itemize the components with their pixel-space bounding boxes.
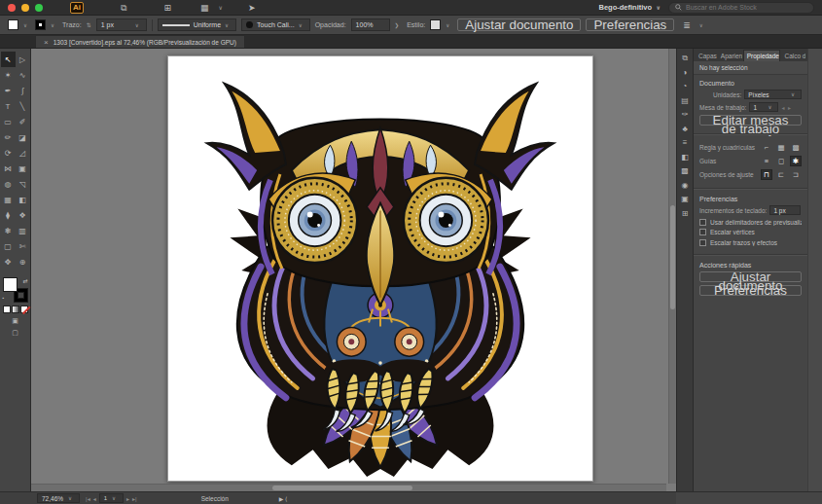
tool-width[interactable]: ⋈ — [1, 161, 16, 176]
tool-eyedropper[interactable]: ⧫ — [1, 207, 16, 223]
tool-pencil[interactable]: ✏ — [1, 129, 16, 145]
workspace-switcher[interactable]: Bego-definitivo ∨ — [599, 3, 661, 12]
transparency-panel-icon[interactable]: ▩ — [681, 166, 689, 175]
tool-mesh[interactable]: ▦ — [1, 192, 16, 207]
first-artboard-icon[interactable]: |◂ — [86, 495, 90, 502]
canvas-pasteboard[interactable] — [31, 49, 676, 491]
artboard-dropdown[interactable]: 1 ∨ — [749, 102, 778, 112]
stroke-color-swatch[interactable] — [35, 19, 46, 30]
units-dropdown[interactable]: Píxeles ∨ — [744, 90, 802, 99]
show-guides-icon[interactable]: ≡ — [761, 156, 772, 166]
tool-artboard[interactable]: ▢ — [1, 238, 16, 254]
close-window-button[interactable] — [8, 4, 16, 12]
artboard-nav-dropdown[interactable]: 1 ∨ — [99, 493, 124, 503]
lock-guides-icon[interactable]: ◻ — [775, 156, 787, 166]
drawing-modes-icon[interactable]: ▣ — [0, 317, 30, 325]
none-mode-button[interactable] — [20, 306, 28, 313]
tool-blend[interactable]: ❖ — [16, 207, 30, 223]
layout-picker-icon[interactable]: ▦ — [197, 1, 213, 15]
tool-gradient[interactable]: ◧ — [16, 192, 30, 207]
artboard-prev-next-icons[interactable]: ◂ ▸ — [781, 104, 792, 111]
grid-icon[interactable]: ▦ — [775, 142, 787, 153]
previous-artboard-icon[interactable]: ◂ — [93, 495, 96, 502]
tool-selection[interactable]: ↖ — [1, 52, 16, 67]
tool-hand[interactable]: ✥ — [1, 254, 16, 270]
tool-slice[interactable]: ✄ — [16, 238, 30, 254]
scrollbar-thumb[interactable] — [272, 486, 412, 490]
tool-pen[interactable]: ✒ — [1, 83, 16, 98]
variable-width-dropdown[interactable]: Uniforme ∨ — [158, 18, 236, 31]
opacity-more-icon[interactable]: ❯ — [395, 22, 400, 28]
preferences-button[interactable]: Preferencias — [586, 18, 674, 31]
share-icon[interactable]: ➤ — [244, 1, 260, 15]
artboards-panel-icon[interactable]: ⊞ — [682, 209, 689, 218]
color-guide-panel-icon[interactable]: ◔ — [683, 82, 688, 90]
zoom-window-button[interactable] — [35, 4, 43, 12]
tool-scale[interactable]: ◿ — [16, 145, 30, 161]
artboard[interactable] — [167, 55, 593, 482]
panel-menu-icon[interactable]: ≣ — [679, 18, 695, 32]
symbols-panel-icon[interactable]: ♣ — [682, 125, 687, 133]
tool-rectangle[interactable]: ▭ — [1, 114, 16, 129]
document-tab[interactable]: × 1303 [Convertido].eps al 72,46% (RGB/P… — [35, 35, 245, 48]
swap-fill-stroke-icon[interactable]: ⇄ — [22, 277, 27, 284]
tab-apariencia[interactable]: Aparien — [718, 51, 742, 61]
snap-to-point-icon[interactable]: ⊏ — [775, 169, 787, 180]
tool-curvature[interactable]: ∫ — [16, 83, 30, 98]
close-tab-icon[interactable]: × — [44, 38, 49, 47]
tab-calco-de-imagen[interactable]: Calco d — [781, 51, 805, 61]
swatches-panel-icon[interactable]: ▤ — [681, 96, 689, 105]
screen-mode-icon[interactable]: ▢ — [0, 329, 30, 337]
tool-magic-wand[interactable]: ✶ — [1, 67, 16, 83]
transparency-grid-icon[interactable]: ▩ — [790, 142, 802, 153]
smart-guides-icon[interactable]: ✱ — [790, 156, 802, 166]
zoom-level-dropdown[interactable]: 72,46% ∨ — [37, 493, 80, 503]
tool-lasso[interactable]: ∿ — [16, 67, 30, 83]
tool-paintbrush[interactable]: ✐ — [16, 114, 30, 129]
tool-direct-selection[interactable]: ▷ — [16, 52, 30, 67]
tool-free-transform[interactable]: ▣ — [16, 161, 30, 176]
brushes-panel-icon[interactable]: ✑ — [682, 110, 689, 119]
tool-perspective-grid[interactable]: ◹ — [16, 176, 30, 192]
fill-indicator[interactable] — [3, 277, 18, 292]
stock-search[interactable] — [668, 2, 814, 14]
gradient-panel-icon[interactable]: ◧ — [681, 153, 689, 162]
tool-shape-builder[interactable]: ◍ — [1, 176, 16, 192]
default-fill-stroke-icon[interactable]: ▪ — [3, 295, 5, 301]
tool-type[interactable]: T — [1, 98, 16, 114]
scale-corners-checkbox[interactable] — [699, 229, 706, 235]
keyboard-increment-field[interactable]: 1 px — [769, 205, 801, 215]
opacity-field[interactable]: 100% — [351, 18, 390, 31]
brush-definition-dropdown[interactable]: Touch Cali... ∨ — [241, 18, 310, 31]
fill-color-swatch[interactable] — [8, 19, 18, 30]
scrollbar-thumb[interactable] — [670, 205, 675, 309]
color-mode-button[interactable] — [3, 306, 11, 313]
panel-menu-caret-icon[interactable]: ∨ — [699, 22, 703, 28]
owl-artwork[interactable] — [168, 56, 592, 481]
horizontal-scrollbar[interactable] — [31, 484, 666, 491]
libraries-panel-icon[interactable]: ⧉ — [682, 54, 688, 62]
vertical-scrollbar[interactable] — [668, 49, 676, 484]
graphic-styles-panel-icon[interactable]: ▣ — [681, 195, 689, 203]
quick-preferences-button[interactable]: Preferencias — [699, 285, 802, 296]
tool-column-graph[interactable]: ▥ — [16, 223, 30, 238]
last-artboard-icon[interactable]: ▸| — [132, 495, 137, 502]
preview-bounds-checkbox[interactable] — [699, 219, 706, 226]
scale-strokes-effects-checkbox[interactable] — [699, 239, 706, 246]
edit-artboards-button[interactable]: Editar mesas de trabajo — [699, 115, 802, 126]
fill-caret-icon[interactable]: ∨ — [23, 22, 27, 28]
status-bar-menu-icon[interactable]: ▶ ⟨ — [279, 495, 288, 502]
stroke-weight-dropdown[interactable]: 1 px ∨ — [96, 18, 147, 31]
corner-ruler-icon[interactable]: ⌐ — [761, 142, 772, 153]
open-documents-icon[interactable]: ⧉ — [117, 1, 130, 15]
snap-to-pixel-icon[interactable]: ⊓ — [761, 169, 772, 180]
tool-eraser[interactable]: ◪ — [16, 129, 30, 145]
appearance-panel-icon[interactable]: ◉ — [682, 181, 689, 190]
next-artboard-icon[interactable]: ▸ — [126, 495, 129, 502]
stroke-panel-icon[interactable]: ≡ — [683, 138, 688, 147]
fit-document-button[interactable]: Ajustar documento — [457, 18, 581, 31]
gradient-mode-button[interactable] — [12, 306, 19, 313]
graphic-style-swatch[interactable] — [430, 19, 441, 30]
tool-rotate[interactable]: ⟳ — [1, 145, 16, 161]
tool-line-segment[interactable]: ╲ — [16, 98, 30, 114]
